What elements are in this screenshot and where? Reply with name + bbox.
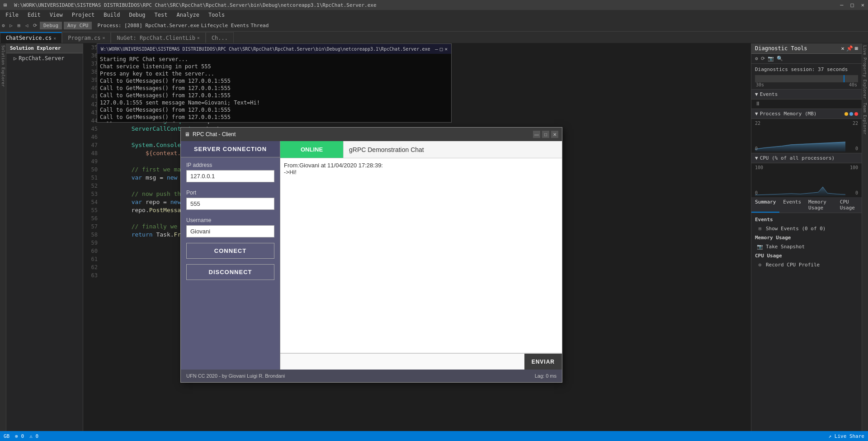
- solution-item-server[interactable]: ▷ RpcChat.Server: [6, 53, 83, 63]
- tab-chatservice[interactable]: ChatService.cs ✕: [0, 32, 62, 43]
- console-close[interactable]: ✕: [444, 46, 448, 52]
- rpc-title-text: RPC Chat - Client: [193, 131, 533, 138]
- tab-close[interactable]: ✕: [197, 35, 200, 40]
- live-share-btn[interactable]: ↗ Live Share: [829, 433, 864, 439]
- console-line: Call to GetMessages() from 127.0.0.1:555: [100, 77, 448, 85]
- chat-header: ONLINE gRPC Demonstration Chat: [280, 141, 562, 158]
- triangle-cpu-icon: ▼: [755, 155, 758, 161]
- chat-panel: ONLINE gRPC Demonstration Chat From:Giov…: [280, 141, 562, 370]
- cpu-100-right: 100: [850, 165, 858, 170]
- events-section-label: Events: [760, 91, 778, 97]
- online-status-btn[interactable]: ONLINE: [280, 141, 344, 158]
- solution-header: Solution Explorer: [6, 43, 83, 53]
- toolbar-platform[interactable]: Any CPU: [64, 22, 92, 29]
- rpc-minimize-btn[interactable]: —: [533, 131, 540, 138]
- username-input[interactable]: [186, 225, 274, 237]
- console-line: Call to GetMessages() from 127.0.0.1:555: [100, 92, 448, 99]
- diag-title: Diagnostic Tools: [755, 45, 807, 52]
- diag-search-icon[interactable]: 🔍: [777, 56, 783, 62]
- status-bar: GB ⊗ 0 ⚠ 0 ↗ Live Share: [0, 431, 868, 441]
- tab-close[interactable]: ✕: [102, 35, 105, 40]
- menu-test[interactable]: Test: [151, 11, 171, 19]
- solution-label: RpcChat.Server: [19, 55, 64, 62]
- chat-input[interactable]: [280, 354, 524, 370]
- menu-debug[interactable]: Debug: [125, 11, 149, 19]
- console-line: Call to GetMessages() from 127.0.0.1:555: [100, 121, 448, 122]
- team-explorer-tab[interactable]: Team Explorer: [862, 101, 868, 136]
- rpc-body: SERVER CONNECTION IP address Port Userna…: [181, 141, 562, 370]
- menu-view[interactable]: View: [46, 11, 66, 19]
- footer-left: UFN CC 2020 - by Giovani Luigi R. Bronda…: [186, 373, 285, 379]
- record-cpu-item[interactable]: ⊙ Record CPU Profile: [755, 261, 858, 269]
- console-window: W:\WORK\UNIVERSIDADE\SISTEMAS DISTRIBUÍD…: [97, 43, 452, 123]
- diag-timeline: 30s 40s: [751, 75, 862, 87]
- take-snapshot-label: Take Snapshot: [766, 244, 805, 250]
- toolbar-process: Process: [2088] RpcChat.Server.exe: [97, 23, 199, 28]
- rpc-close-btn[interactable]: ✕: [551, 131, 558, 138]
- rpc-maximize-btn[interactable]: □: [542, 131, 549, 138]
- vs-title: W:\WORK\UNIVERSIDADE\SISTEMAS DISTRIBUÍD…: [14, 2, 833, 8]
- timeline-40s: 40s: [849, 82, 857, 87]
- ip-input[interactable]: [186, 170, 274, 182]
- menu-project[interactable]: Project: [68, 11, 99, 19]
- record-icon: ⊙: [757, 262, 763, 268]
- ip-field-group: IP address: [181, 157, 280, 185]
- menu-file[interactable]: File: [2, 11, 22, 19]
- git-branch[interactable]: GB: [4, 433, 9, 439]
- error-count[interactable]: ⊗ 0: [15, 433, 24, 439]
- console-maximize[interactable]: □: [440, 46, 443, 52]
- footer-right: Lag: 0 ms: [535, 373, 557, 379]
- solution-explorer-tab[interactable]: Solution Explorer: [0, 43, 6, 89]
- diag-pin-btn[interactable]: 📌: [846, 45, 853, 52]
- take-snapshot-item[interactable]: 📷 Take Snapshot: [755, 242, 858, 251]
- toolbar-lifecycle[interactable]: Lifecycle Events: [201, 23, 249, 28]
- show-events-item[interactable]: ⊞ Show Events (0 of 0): [755, 224, 858, 233]
- toolbar-debug[interactable]: Debug: [40, 22, 62, 29]
- tab-program[interactable]: Program.cs ✕: [62, 32, 111, 43]
- diag-settings-icon[interactable]: ⚙: [755, 56, 758, 62]
- disconnect-button[interactable]: DISCONNECT: [186, 264, 274, 280]
- port-input[interactable]: [186, 198, 274, 210]
- maximize-btn[interactable]: □: [851, 2, 854, 8]
- svg-marker-1: [755, 187, 845, 196]
- events-chart-pause-icon[interactable]: ⏸: [755, 100, 858, 108]
- editor-tabs: ChatService.cs ✕ Program.cs ✕ NuGet: Rpc…: [0, 32, 868, 43]
- minimize-btn[interactable]: —: [840, 2, 843, 8]
- process-memory-label: Process Memory (MB): [760, 111, 817, 117]
- diag-header-btns: ✕ 📌 ⊞: [841, 45, 858, 52]
- process-memory-chart: 22 22 0 0: [751, 119, 862, 153]
- right-sidebars: Live Property Explorer Team Explorer: [862, 43, 868, 431]
- main-layout: Solution Explorer Solution Explorer ▷ Rp…: [0, 43, 868, 431]
- console-minimize[interactable]: —: [435, 46, 438, 52]
- tab-cpu-usage[interactable]: CPU Usage: [836, 197, 862, 213]
- diag-timeline-cursor: [844, 75, 844, 82]
- live-property-tab[interactable]: Live Property Explorer: [862, 43, 868, 101]
- tab-ch[interactable]: Ch...: [206, 32, 234, 43]
- toolbar-thread[interactable]: Thread: [251, 23, 269, 28]
- tab-nuget[interactable]: NuGet: RpcChat.ClientLib ✕: [111, 32, 205, 43]
- diag-timeline-labels: 30s 40s: [755, 82, 858, 87]
- menu-build[interactable]: Build: [100, 11, 123, 19]
- send-button[interactable]: ENVIAR: [524, 354, 562, 370]
- tab-events[interactable]: Events: [779, 197, 805, 213]
- tab-memory-usage[interactable]: Memory Usage: [805, 197, 836, 213]
- events-icon: ⊞: [757, 226, 763, 232]
- menu-tools[interactable]: Tools: [205, 11, 228, 19]
- tab-summary[interactable]: Summary: [751, 197, 779, 213]
- port-field-group: Port: [181, 185, 280, 213]
- menu-analyze[interactable]: Analyze: [173, 11, 203, 19]
- close-btn[interactable]: ✕: [861, 2, 864, 8]
- diag-close-btn[interactable]: ✕: [841, 45, 844, 52]
- code-editor: Solution Explorer ▷ RpcChat.Server 35 { …: [6, 43, 751, 431]
- diag-expand-btn[interactable]: ⊞: [855, 45, 858, 52]
- process-memory-section-header: ▼ Process Memory (MB): [751, 109, 862, 119]
- warning-count[interactable]: ⚠ 0: [29, 433, 38, 439]
- chat-title: gRPC Demonstration Chat: [344, 141, 562, 158]
- connect-button[interactable]: CONNECT: [186, 243, 274, 259]
- diag-tabs: Summary Events Memory Usage CPU Usage: [751, 197, 862, 213]
- diag-refresh-icon[interactable]: ⟳: [761, 56, 765, 62]
- menu-edit[interactable]: Edit: [24, 11, 44, 19]
- diag-camera-icon[interactable]: 📷: [768, 56, 774, 62]
- tab-close[interactable]: ✕: [53, 36, 56, 41]
- cpu-0-left: 0: [755, 190, 758, 195]
